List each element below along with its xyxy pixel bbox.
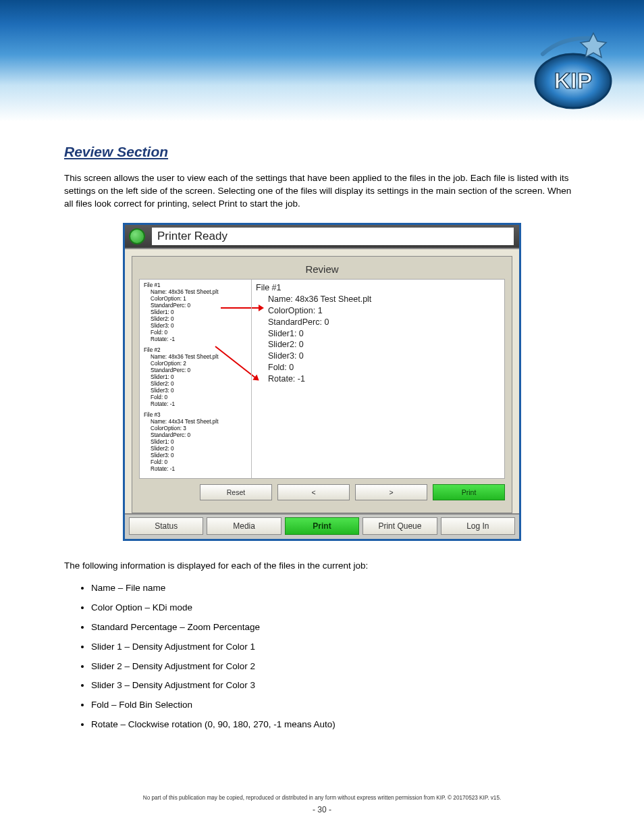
list-item: Slider 1 – Density Adjustment for Color … [91, 641, 580, 654]
nav-queue-button[interactable]: Print Queue [363, 517, 437, 535]
file-attr: ColorOption: 2 [144, 361, 247, 367]
detail-attr: StandardPerc: 0 [257, 317, 499, 328]
file-attr: Slider3: 0 [144, 323, 247, 330]
next-button[interactable]: > [355, 484, 427, 500]
detail-attr: Name: 48x36 Test Sheet.plt [257, 294, 499, 305]
file-header: File #1 [144, 282, 247, 289]
list-item: Rotate – Clockwise rotation (0, 90, 180,… [91, 719, 580, 731]
file-attr: Rotate: -1 [144, 336, 247, 343]
file-attr: Name: 44x34 Test Sheet.plt [144, 419, 247, 425]
nav-print-button[interactable]: Print [285, 517, 359, 535]
status-ok-icon [129, 228, 145, 244]
file-attr: Fold: 0 [144, 394, 247, 401]
nav-status-button[interactable]: Status [129, 517, 203, 535]
copyright-line: No part of this publication may be copie… [0, 794, 644, 802]
detail-attr: Slider1: 0 [257, 328, 499, 340]
review-content: File #1 Name: 48x36 Test Sheet.plt Color… [139, 279, 505, 479]
page-body: Review Section This screen allows the us… [0, 122, 644, 731]
file-attr: Slider1: 0 [144, 309, 247, 316]
page-footer: No part of this publication may be copie… [0, 794, 644, 815]
file-attr: Rotate: -1 [144, 401, 247, 408]
list-item: Slider 2 – Density Adjustment for Color … [91, 660, 580, 673]
file-attr: StandardPerc: 0 [144, 432, 247, 439]
detail-attr: Slider2: 0 [257, 339, 499, 350]
detail-header: File #1 [256, 282, 499, 294]
list-item[interactable]: File #1 Name: 48x36 Test Sheet.plt Color… [144, 282, 247, 343]
list-item: Color Option – KDi mode [91, 602, 580, 615]
panel-title: Review [132, 257, 512, 279]
section-title: Review Section [64, 142, 580, 161]
review-panel: Review File #1 Name: 48x36 Test Sheet.pl… [132, 256, 512, 513]
file-attr: Slider3: 0 [144, 452, 247, 459]
kip-logo: KIP [526, 24, 617, 115]
intro-paragraph: This screen allows the user to view each… [64, 172, 580, 211]
file-attr: StandardPerc: 0 [144, 367, 247, 374]
detail-attr: Fold: 0 [257, 362, 499, 373]
reset-button[interactable]: Reset [200, 484, 272, 500]
file-attr: Fold: 0 [144, 330, 247, 336]
attribute-list: Name – File name Color Option – KDi mode… [91, 582, 580, 731]
file-attr: Slider3: 0 [144, 388, 247, 394]
file-attr: ColorOption: 3 [144, 425, 247, 432]
app-screenshot: Printer Ready Review File #1 Name: 48x36… [123, 223, 521, 541]
file-attr: Slider2: 0 [144, 381, 247, 388]
detail-attr: Slider3: 0 [257, 350, 499, 362]
file-header: File #2 [144, 347, 247, 354]
prev-button[interactable]: < [277, 484, 350, 500]
file-header: File #3 [144, 412, 247, 419]
window-titlebar: Printer Ready [125, 225, 519, 249]
list-item: Slider 3 – Density Adjustment for Color … [91, 679, 580, 692]
window-title: Printer Ready [152, 228, 514, 245]
file-attr: ColorOption: 1 [144, 296, 247, 303]
page-header-band: KIP [0, 0, 644, 122]
svg-text:KIP: KIP [554, 68, 593, 93]
file-attr: Slider2: 0 [144, 446, 247, 452]
file-detail-column: File #1 Name: 48x36 Test Sheet.plt Color… [251, 280, 504, 478]
action-row: Reset < > Print [132, 479, 512, 506]
page-number: - 30 - [0, 804, 644, 815]
file-attr: Fold: 0 [144, 459, 247, 466]
print-button[interactable]: Print [433, 484, 505, 500]
nav-login-button[interactable]: Log In [441, 517, 515, 535]
detail-attr: Rotate: -1 [257, 373, 499, 385]
detail-attr: ColorOption: 1 [257, 305, 499, 317]
list-item[interactable]: File #2 Name: 48x36 Test Sheet.plt Color… [144, 347, 247, 408]
file-attr: Slider1: 0 [144, 374, 247, 381]
list-item: Name – File name [91, 582, 580, 595]
file-attr: Slider2: 0 [144, 316, 247, 323]
bottom-nav: Status Media Print Print Queue Log In [125, 513, 519, 539]
list-item: Fold – Fold Bin Selection [91, 699, 580, 712]
info-line: The following information is displayed f… [64, 560, 580, 573]
list-item: Standard Percentage – Zoom Percentage [91, 621, 580, 634]
file-list-column[interactable]: File #1 Name: 48x36 Test Sheet.plt Color… [140, 280, 251, 478]
list-item[interactable]: File #3 Name: 44x34 Test Sheet.plt Color… [144, 412, 247, 473]
nav-media-button[interactable]: Media [207, 517, 281, 535]
file-attr: Rotate: -1 [144, 466, 247, 473]
file-attr: Name: 48x36 Test Sheet.plt [144, 289, 247, 296]
file-attr: Slider1: 0 [144, 439, 247, 446]
